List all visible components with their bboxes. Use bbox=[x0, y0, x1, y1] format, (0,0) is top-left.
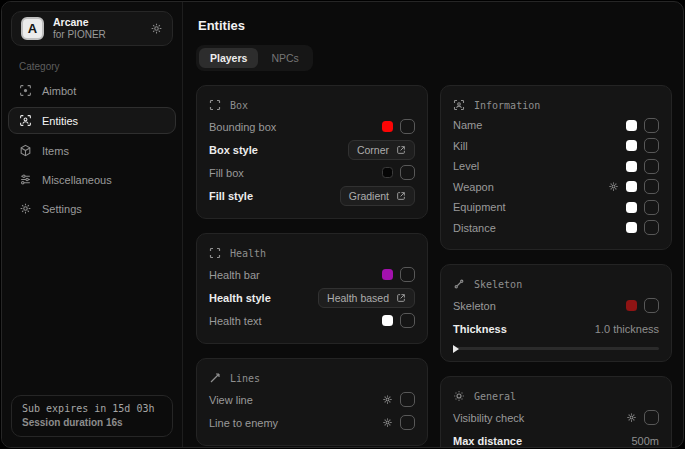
card-title: General bbox=[474, 391, 516, 402]
setting-row: Bounding box bbox=[209, 115, 415, 138]
setting-row: Health style Health based bbox=[209, 286, 415, 309]
sidebar-item-label: Settings bbox=[42, 203, 82, 215]
sub-expiry-text: Sub expires in 15d 03h bbox=[22, 403, 162, 414]
weapon-checkbox[interactable] bbox=[644, 179, 659, 194]
sidebar-item-settings[interactable]: Settings bbox=[8, 196, 176, 221]
equipment-checkbox[interactable] bbox=[644, 200, 659, 215]
color-swatch[interactable] bbox=[382, 167, 393, 178]
line-icon bbox=[209, 372, 221, 384]
fill-box-checkbox[interactable] bbox=[400, 165, 415, 180]
dropdown-value: Corner bbox=[357, 144, 389, 156]
sidebar-item-items[interactable]: Items bbox=[8, 138, 176, 163]
expand-icon bbox=[396, 145, 406, 155]
skeleton-card: Skeleton Skeleton Thickness 1.0 thicknes… bbox=[440, 264, 672, 362]
color-swatch[interactable] bbox=[382, 121, 393, 132]
sidebar-item-label: Entities bbox=[42, 115, 78, 127]
expand-icon bbox=[396, 293, 406, 303]
health-style-dropdown[interactable]: Health based bbox=[318, 288, 415, 308]
setting-label: Line to enemy bbox=[209, 417, 278, 429]
sidebar-menu: Aimbot Entities Items Miscellaneous bbox=[2, 78, 182, 221]
gear-icon[interactable] bbox=[382, 417, 393, 428]
color-swatch[interactable] bbox=[382, 315, 393, 326]
color-swatch[interactable] bbox=[626, 140, 637, 151]
setting-label: Max distance bbox=[453, 435, 522, 447]
color-swatch[interactable] bbox=[626, 222, 637, 233]
skeleton-checkbox[interactable] bbox=[644, 298, 659, 313]
bone-icon bbox=[453, 278, 465, 290]
setting-label: Weapon bbox=[453, 181, 494, 193]
tab-npcs[interactable]: NPCs bbox=[260, 48, 309, 68]
main-panel: Entities Players NPCs Box Bounding box bbox=[184, 2, 683, 447]
health-bar-checkbox[interactable] bbox=[400, 267, 415, 282]
health-text-checkbox[interactable] bbox=[400, 313, 415, 328]
bounding-box-checkbox[interactable] bbox=[400, 119, 415, 134]
gear-icon[interactable] bbox=[626, 412, 637, 423]
name-checkbox[interactable] bbox=[644, 118, 659, 133]
app-window: A Arcane for PIONER Category Aimbot bbox=[1, 1, 684, 448]
setting-row: Fill box bbox=[209, 161, 415, 184]
gear-icon bbox=[19, 202, 32, 215]
setting-label: View line bbox=[209, 394, 253, 406]
subscription-info-card: Sub expires in 15d 03h Session duration … bbox=[11, 395, 173, 437]
setting-row: Distance bbox=[453, 218, 659, 239]
brand-logo: A bbox=[21, 17, 44, 40]
setting-label: Level bbox=[453, 160, 479, 172]
dropdown-value: Gradient bbox=[349, 190, 389, 202]
sidebar: A Arcane for PIONER Category Aimbot bbox=[2, 2, 183, 447]
lines-card: Lines View line Line to enemy bbox=[196, 358, 428, 446]
fill-style-dropdown[interactable]: Gradient bbox=[340, 186, 415, 206]
setting-label: Fill box bbox=[209, 167, 244, 179]
thickness-value: 1.0 thickness bbox=[595, 323, 659, 335]
view-line-checkbox[interactable] bbox=[400, 392, 415, 407]
gear-icon[interactable] bbox=[150, 22, 163, 35]
sidebar-item-aimbot[interactable]: Aimbot bbox=[8, 78, 176, 103]
setting-label: Bounding box bbox=[209, 121, 276, 133]
card-title: Box bbox=[230, 100, 248, 111]
session-duration-text: Session duration 16s bbox=[22, 417, 162, 428]
sidebar-item-label: Miscellaneous bbox=[42, 174, 112, 186]
kill-checkbox[interactable] bbox=[644, 138, 659, 153]
setting-row: Thickness 1.0 thickness bbox=[453, 317, 659, 340]
color-swatch[interactable] bbox=[382, 269, 393, 280]
person-scan-icon bbox=[453, 99, 465, 111]
gear-icon[interactable] bbox=[382, 394, 393, 405]
color-swatch[interactable] bbox=[626, 161, 637, 172]
setting-row: Fill style Gradient bbox=[209, 184, 415, 207]
visibility-check-checkbox[interactable] bbox=[644, 410, 659, 425]
crosshair-icon bbox=[19, 84, 32, 97]
cube-icon bbox=[19, 144, 32, 157]
setting-label: Fill style bbox=[209, 190, 253, 202]
line-to-enemy-checkbox[interactable] bbox=[400, 415, 415, 430]
entity-type-tabs: Players NPCs bbox=[196, 45, 313, 71]
setting-label: Box style bbox=[209, 144, 258, 156]
color-swatch[interactable] bbox=[626, 120, 637, 131]
expand-icon bbox=[396, 191, 406, 201]
setting-label: Kill bbox=[453, 140, 468, 152]
brand-name: Arcane bbox=[53, 16, 106, 29]
brand-text: Arcane for PIONER bbox=[53, 16, 106, 42]
slider-thumb[interactable] bbox=[453, 345, 459, 353]
gear-icon[interactable] bbox=[608, 181, 619, 192]
level-checkbox[interactable] bbox=[644, 159, 659, 174]
setting-row: Health text bbox=[209, 309, 415, 332]
sidebar-item-label: Items bbox=[42, 145, 69, 157]
setting-row: Kill bbox=[453, 136, 659, 157]
brand-card: A Arcane for PIONER bbox=[11, 11, 173, 46]
color-swatch[interactable] bbox=[626, 202, 637, 213]
setting-row: Health bar bbox=[209, 263, 415, 286]
setting-row: Equipment bbox=[453, 197, 659, 218]
sliders-icon bbox=[19, 173, 32, 186]
sidebar-item-miscellaneous[interactable]: Miscellaneous bbox=[8, 167, 176, 192]
setting-row: Max distance 500m bbox=[453, 429, 659, 448]
setting-label: Health text bbox=[209, 315, 262, 327]
setting-label: Equipment bbox=[453, 201, 506, 213]
setting-row: Line to enemy bbox=[209, 411, 415, 434]
distance-checkbox[interactable] bbox=[644, 220, 659, 235]
tab-players[interactable]: Players bbox=[199, 48, 258, 68]
color-swatch[interactable] bbox=[626, 300, 637, 311]
color-swatch[interactable] bbox=[626, 181, 637, 192]
box-style-dropdown[interactable]: Corner bbox=[348, 140, 415, 160]
sidebar-item-label: Aimbot bbox=[42, 85, 76, 97]
thickness-slider[interactable] bbox=[453, 347, 659, 350]
sidebar-item-entities[interactable]: Entities bbox=[8, 107, 176, 134]
